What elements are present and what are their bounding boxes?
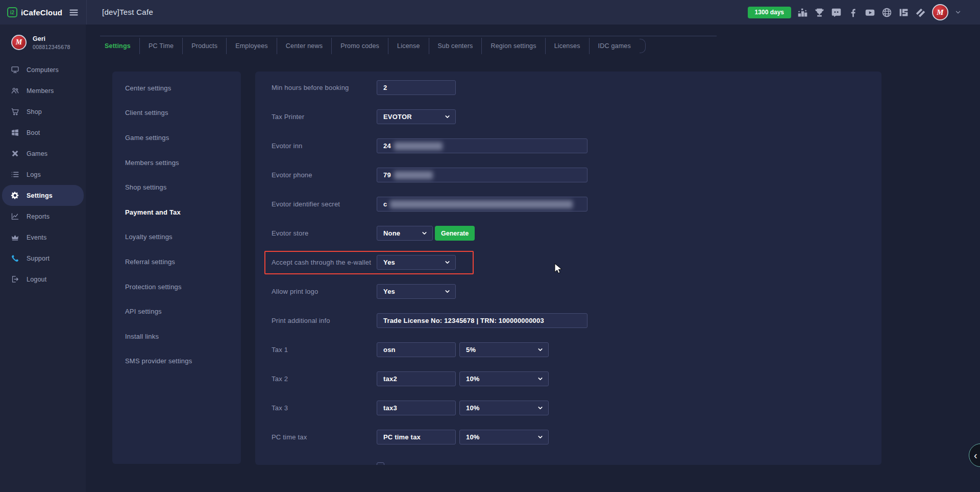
pc-time-tax-name-input[interactable]: PC time tax [377,430,456,444]
field-label: Tax 3 [272,404,377,412]
row-allow-print-logo: Allow print logo Yes [272,277,881,306]
account-avatar[interactable]: M [932,4,948,20]
trophy-icon[interactable] [814,7,825,18]
tab-region-settings[interactable]: Region settings [482,38,545,54]
evotor-secret-input[interactable]: c [377,197,587,212]
row-evotor-phone: Evotor phone 79 [272,160,881,190]
tab-employees[interactable]: Employees [227,38,277,54]
pc-time-tax-rate-select[interactable]: 10% [459,430,549,444]
row-evotor-inn: Evotor inn 24 [272,131,881,160]
list-icon [11,170,19,179]
user-name: Geri [33,35,70,42]
tab-settings[interactable]: Settings [96,38,140,54]
evotor-phone-input[interactable]: 79 [377,168,587,182]
sidebar-item-settings[interactable]: Settings [2,185,84,206]
tax-printer-select[interactable]: EVOTOR [377,109,456,124]
icafecloud-mark-icon[interactable] [898,7,909,18]
tab-licenses[interactable]: Licenses [546,38,590,54]
field-label: Evotor store [272,229,377,237]
subnav-install-links[interactable]: Install links [112,324,241,349]
checkbox[interactable] [377,462,384,465]
caret-down-icon[interactable] [954,9,962,16]
leaderboard-icon[interactable] [797,7,808,18]
sidebar-item-logout[interactable]: Logout [0,269,86,290]
sidebar-item-shop[interactable]: Shop [0,101,86,122]
members-icon [11,86,19,95]
cart-icon [11,107,19,116]
print-additional-info-input[interactable]: Trade License No: 12345678 | TRN: 100000… [377,313,587,328]
tax3-name-input[interactable]: tax3 [377,401,456,415]
field-label: Accept cash through the e-wallet [272,259,377,266]
subnav-client-settings[interactable]: Client settings [112,101,241,126]
sidebar-item-support[interactable]: Support [0,248,86,269]
field-label: Allow print logo [272,288,377,295]
redacted-text [394,171,433,179]
youtube-icon[interactable] [865,7,875,18]
subnav-api-settings[interactable]: API settings [112,299,241,324]
chevron-left-icon: ‹ [974,450,977,461]
accept-cash-select[interactable]: Yes [377,255,456,270]
tab-center-news[interactable]: Center news [277,38,332,54]
sidebar-item-logs[interactable]: Logs [0,164,86,185]
website-globe-icon[interactable] [881,7,892,18]
row-evotor-identifier-secret: Evotor identifier secret c [272,190,881,219]
subnav-referral-settings[interactable]: Referral settings [112,249,241,274]
field-label: Print additional info [272,317,377,324]
tax2-name-input[interactable]: tax2 [377,371,456,386]
gear-icon [11,191,19,200]
tax2-rate-select[interactable]: 10% [459,371,549,386]
tab-products[interactable]: Products [183,38,227,54]
computers-icon [11,65,19,74]
subnav-shop-settings[interactable]: Shop settings [112,175,241,200]
row-pc-time-tax: PC time tax PC time tax 10% [272,423,881,452]
tab-license[interactable]: License [388,38,429,54]
subnav-members-settings[interactable]: Members settings [112,150,241,175]
row-tax-printer: Tax Printer EVOTOR [272,102,881,131]
discord-icon[interactable] [831,7,842,18]
sidebar-item-reports[interactable]: Reports [0,206,86,227]
top-bar: i2 iCafeCloud [dev]Test Cafe 1300 days [0,0,980,25]
allow-print-logo-select[interactable]: Yes [377,284,456,299]
tab-bar: Settings PC Time Products Employees Cent… [96,38,646,54]
tax1-name-input[interactable]: osn [377,342,456,357]
screens-icon[interactable] [915,7,926,18]
subnav-game-settings[interactable]: Game settings [112,125,241,150]
crown-icon [11,233,19,242]
subnav-sms-provider-settings[interactable]: SMS provider settings [112,349,241,374]
license-days-badge[interactable]: 1300 days [748,7,791,18]
sidebar-item-events[interactable]: Events [0,227,86,248]
tax1-rate-select[interactable]: 5% [459,342,549,357]
row-accept-cash-ewallet: Accept cash through the e-wallet Yes [272,248,881,277]
row-tax-2: Tax 2 tax2 10% [272,364,881,393]
evotor-inn-input[interactable]: 24 [377,138,587,153]
field-label: Min hours before booking [272,84,377,91]
chevron-down-icon [537,405,544,411]
menu-icon[interactable] [69,8,79,17]
subnav-protection-settings[interactable]: Protection settings [112,274,241,299]
payment-tax-form: Min hours before booking 2 Tax Printer E… [255,72,881,465]
subnav-center-settings[interactable]: Center settings [112,76,241,101]
tab-sub-centers[interactable]: Sub centers [429,38,482,54]
min-hours-input[interactable]: 2 [377,80,456,95]
tab-promo-codes[interactable]: Promo codes [332,38,388,54]
subnav-loyalty-settings[interactable]: Loyalty settings [112,225,241,250]
subnav-payment-and-tax[interactable]: Payment and Tax [112,200,241,225]
sidebar-item-boot[interactable]: Boot [0,122,86,143]
generate-button[interactable]: Generate [435,226,475,241]
sidebar-item-games[interactable]: Games [0,143,86,164]
evotor-store-select[interactable]: None [377,226,433,241]
facebook-icon[interactable] [848,7,859,18]
topbar-right-cluster: 1300 days M [748,0,962,25]
sidebar-item-computers[interactable]: Computers [0,59,86,80]
tabs-divider-line [100,36,717,36]
tax3-rate-select[interactable]: 10% [459,401,549,415]
sidebar-item-members[interactable]: Members [0,80,86,101]
tab-pc-time[interactable]: PC Time [140,38,183,54]
row-tax-1: Tax 1 osn 5% [272,335,881,364]
row-min-hours-before-booking: Min hours before booking 2 [272,73,881,102]
tab-idc-games[interactable]: IDC games [590,38,640,54]
logout-icon [11,275,19,284]
collapse-panel-button[interactable]: ‹ [969,443,980,467]
redacted-text [390,200,573,208]
row-print-additional-info: Print additional info Trade License No: … [272,306,881,335]
